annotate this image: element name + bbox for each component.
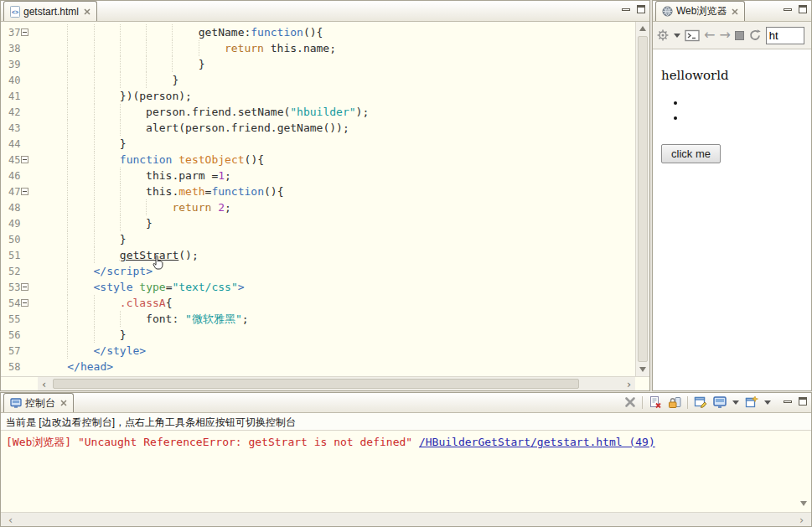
- line-number-gutter: 3738394041424344454647484950515253545556…: [1, 22, 38, 376]
- code-line-47[interactable]: this.meth=function(){: [38, 183, 635, 199]
- editor-vertical-scrollbar[interactable]: [635, 22, 649, 376]
- remove-log-icon[interactable]: [649, 395, 662, 409]
- console-tabbar: 控制台: [1, 393, 811, 413]
- stop-icon[interactable]: [735, 31, 744, 40]
- gutter-row: 55: [1, 311, 38, 327]
- code-hyperlink[interactable]: getStrart: [120, 249, 178, 261]
- editor-window-buttons: [622, 5, 645, 13]
- console-panel: 控制台: [0, 392, 812, 527]
- code-line-37[interactable]: getName:function(){: [38, 24, 635, 40]
- editor-horizontal-scrollbar[interactable]: ‹ ›: [1, 376, 649, 390]
- maximize-icon[interactable]: [799, 397, 807, 406]
- close-tab-icon[interactable]: [732, 8, 738, 15]
- code-line-55[interactable]: font: "微软雅黑";: [38, 311, 635, 327]
- code-line-52[interactable]: </script>: [38, 263, 635, 279]
- console-toolbar: [624, 395, 771, 409]
- globe-icon: [662, 6, 673, 17]
- settings-gear-icon[interactable]: [656, 28, 670, 42]
- code-line-49[interactable]: }: [38, 215, 635, 231]
- browser-page-content: helloworld click me: [653, 49, 811, 390]
- console-view-dropdown-icon[interactable]: [732, 400, 739, 408]
- close-tab-icon[interactable]: [60, 400, 67, 406]
- editor-tabbar: <> getstart.html: [1, 1, 649, 22]
- gutter-row: 40: [1, 72, 38, 88]
- scroll-up-icon[interactable]: [639, 26, 646, 31]
- code-area[interactable]: getName:function(){return this.name;}}})…: [38, 22, 635, 376]
- code-line-42[interactable]: person.friend.setName("hbuilder");: [38, 104, 635, 120]
- minimize-icon[interactable]: [622, 8, 630, 11]
- fold-toggle-icon[interactable]: [21, 156, 28, 163]
- minimize-icon[interactable]: [784, 400, 792, 403]
- code-line-51[interactable]: getStrart();: [38, 247, 635, 263]
- code-line-45[interactable]: function testObject(){: [38, 152, 635, 168]
- edit-in-window-icon[interactable]: [694, 395, 707, 409]
- refresh-icon[interactable]: [748, 28, 762, 42]
- code-line-41[interactable]: })(person);: [38, 88, 635, 104]
- gutter-row: 44: [1, 136, 38, 152]
- code-line-40[interactable]: }: [38, 72, 635, 88]
- clear-console-icon[interactable]: [624, 396, 636, 408]
- scroll-left-icon[interactable]: ‹: [38, 378, 50, 390]
- page-heading: helloworld: [661, 68, 803, 83]
- console-toggle-icon[interactable]: [685, 29, 700, 42]
- console-view-icon[interactable]: [713, 396, 727, 408]
- fold-toggle-icon[interactable]: [21, 299, 28, 307]
- fold-toggle-icon[interactable]: [21, 283, 28, 291]
- browser-toolbar: ← →: [653, 22, 811, 49]
- gutter-row: 41: [1, 88, 38, 104]
- gutter-row: 38: [1, 40, 38, 56]
- code-line-58[interactable]: </head>: [38, 359, 635, 375]
- open-new-console-icon[interactable]: [745, 395, 758, 409]
- gutter-row: 53: [1, 279, 38, 295]
- code-line-57[interactable]: </style>: [38, 343, 635, 359]
- code-line-48[interactable]: return 2;: [38, 199, 635, 215]
- gutter-row: 42: [1, 104, 38, 120]
- editor-panel: <> getstart.html 37383940414243444546474…: [0, 0, 650, 391]
- close-tab-icon[interactable]: [84, 8, 91, 15]
- list-item: [686, 111, 803, 127]
- code-line-54[interactable]: .classA{: [38, 295, 635, 311]
- lock-console-icon[interactable]: [668, 395, 681, 409]
- fold-toggle-icon[interactable]: [21, 28, 28, 36]
- gutter-row: 45: [1, 152, 38, 168]
- code-line-44[interactable]: }: [38, 136, 635, 152]
- back-icon[interactable]: ←: [704, 28, 715, 42]
- error-message: "Uncaught ReferenceError: getStrart is n…: [78, 436, 419, 448]
- svg-text:<>: <>: [12, 8, 18, 14]
- browser-window-buttons: [784, 5, 807, 13]
- tab-getstart-html[interactable]: <> getstart.html: [3, 1, 97, 21]
- scroll-down-icon[interactable]: [800, 501, 807, 509]
- click-me-button[interactable]: click me: [661, 144, 721, 163]
- gutter-row: 37: [1, 24, 38, 40]
- scroll-right-icon[interactable]: ›: [795, 514, 808, 526]
- maximize-icon[interactable]: [799, 5, 807, 13]
- new-console-dropdown-icon[interactable]: [764, 400, 771, 408]
- settings-dropdown-icon[interactable]: [674, 34, 680, 41]
- horizontal-scroll-thumb[interactable]: [53, 379, 579, 389]
- minimize-icon[interactable]: [784, 8, 792, 11]
- fold-toggle-icon[interactable]: [21, 188, 28, 195]
- code-line-46[interactable]: this.parm =1;: [38, 168, 635, 183]
- gutter-row: 52: [1, 263, 38, 279]
- forward-icon[interactable]: →: [719, 28, 730, 42]
- vertical-scroll-thumb[interactable]: [638, 36, 648, 362]
- url-input[interactable]: [766, 27, 804, 44]
- error-file-link[interactable]: /HBuilderGetStart/getstart.html (49): [419, 436, 655, 448]
- gutter-row: 57: [1, 343, 38, 359]
- scroll-down-icon[interactable]: [639, 367, 646, 372]
- maximize-icon[interactable]: [637, 5, 645, 13]
- code-line-39[interactable]: }: [38, 56, 635, 72]
- scroll-left-icon[interactable]: ‹: [4, 514, 17, 526]
- browser-tabbar: Web浏览器: [653, 1, 811, 22]
- console-horizontal-scrollbar[interactable]: ‹ ›: [1, 512, 811, 526]
- tab-console[interactable]: 控制台: [3, 393, 74, 412]
- bullet-list: [661, 96, 803, 127]
- scroll-right-icon[interactable]: ›: [623, 378, 635, 390]
- code-line-38[interactable]: return this.name;: [38, 40, 635, 56]
- console-info-line: 当前是 [边改边看控制台]，点右上角工具条相应按钮可切换控制台: [1, 413, 811, 431]
- code-line-43[interactable]: alert(person.friend.getName());: [38, 120, 635, 136]
- code-line-50[interactable]: }: [38, 231, 635, 247]
- code-line-53[interactable]: <style type="text/css">: [38, 279, 635, 295]
- tab-web-browser[interactable]: Web浏览器: [655, 1, 745, 21]
- code-line-56[interactable]: }: [38, 327, 635, 343]
